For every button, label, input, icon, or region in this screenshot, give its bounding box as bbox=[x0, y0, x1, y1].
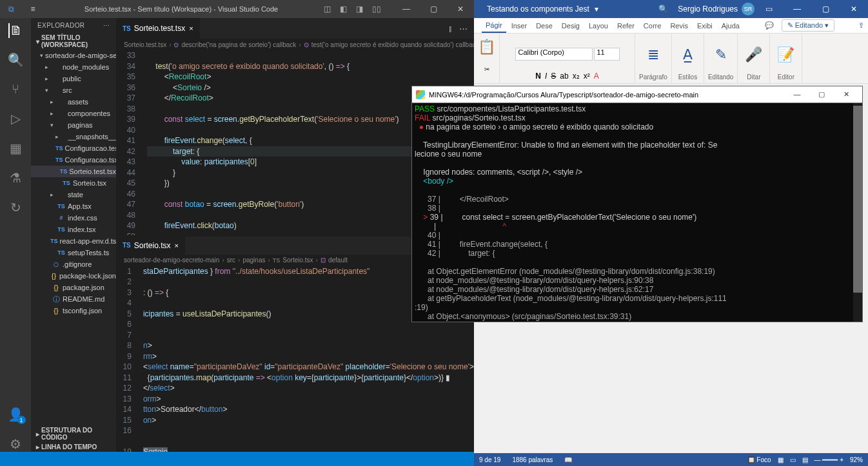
tree-row[interactable]: ▸assets bbox=[31, 96, 116, 108]
tab-sorteio[interactable]: TSSorteio.tsx× bbox=[116, 235, 185, 256]
tree-row[interactable]: TSApp.tsx bbox=[31, 200, 116, 212]
tree-row[interactable]: ▸node_modules bbox=[31, 61, 116, 73]
tab-layout[interactable]: Layou bbox=[585, 19, 612, 32]
tree-row[interactable]: ⓘREADME.md bbox=[31, 293, 116, 305]
view-print-icon[interactable]: ▦ bbox=[778, 456, 784, 463]
tab-review[interactable]: Revis bbox=[666, 19, 692, 32]
tree-row[interactable]: TSindex.tsx bbox=[31, 224, 116, 235]
tree-row[interactable]: TSSorteio.tsx bbox=[31, 177, 116, 189]
tab-draw[interactable]: Dese bbox=[532, 19, 557, 32]
font-group[interactable]: Calibri (Corpo) 11 N I S ab x₂ x² A bbox=[500, 34, 635, 83]
editing-group[interactable]: ✎Editando bbox=[704, 34, 738, 83]
tree-row[interactable]: TSsetupTests.ts bbox=[31, 247, 116, 258]
tree-row[interactable]: {}tsconfig.json bbox=[31, 305, 116, 316]
accounts-icon[interactable]: 👤 bbox=[8, 407, 24, 422]
tree-row[interactable]: TSSorteio.test.tsx bbox=[31, 166, 116, 177]
tab-help[interactable]: Ajuda bbox=[718, 19, 744, 32]
tab-view[interactable]: Exibi bbox=[693, 19, 716, 32]
ribbon-options-icon[interactable]: ▭ bbox=[755, 5, 783, 14]
minimize-icon[interactable]: — bbox=[393, 5, 420, 14]
bold-button[interactable]: N bbox=[535, 72, 541, 81]
maximize-icon[interactable]: ▢ bbox=[420, 5, 447, 14]
font-size-select[interactable]: 11 bbox=[594, 48, 620, 61]
close-icon[interactable]: ✕ bbox=[447, 5, 474, 14]
refresh-icon[interactable]: ↻ bbox=[10, 200, 21, 215]
layout-icon[interactable]: ◧ bbox=[340, 5, 347, 14]
vscode-statusbar[interactable] bbox=[0, 452, 474, 466]
strike-button[interactable]: S bbox=[551, 72, 556, 81]
font-color-button[interactable]: A bbox=[594, 72, 599, 81]
styles-group[interactable]: A̲Estilos bbox=[672, 34, 704, 83]
minimize-icon[interactable]: — bbox=[785, 90, 809, 99]
outline-header[interactable]: ▸ ESTRUTURA DO CÓDIGO bbox=[31, 425, 116, 442]
paragraph-group[interactable]: ≣Parágrafo bbox=[635, 34, 672, 83]
tab-design[interactable]: Desig bbox=[558, 19, 584, 32]
editing-mode-button[interactable]: ✎ Editando ▾ bbox=[782, 19, 835, 32]
font-select[interactable]: Calibri (Corpo) bbox=[515, 48, 593, 61]
tab-home[interactable]: Págir bbox=[482, 19, 506, 33]
comments-icon[interactable]: 💬 bbox=[761, 19, 778, 32]
view-read-icon[interactable]: ▭ bbox=[790, 456, 796, 463]
settings-gear-icon[interactable]: ⚙ bbox=[10, 436, 21, 452]
tree-row[interactable]: ▾src bbox=[31, 84, 116, 96]
layout-icon[interactable]: ◨ bbox=[356, 5, 363, 14]
share-icon[interactable]: ⇪ bbox=[854, 19, 868, 32]
spell-icon[interactable]: 📖 bbox=[564, 456, 572, 463]
search-icon[interactable]: 🔍 bbox=[8, 52, 24, 68]
tree-row[interactable]: ▸__snapshots__ bbox=[31, 131, 116, 142]
more-icon[interactable]: ⋯ bbox=[103, 22, 110, 29]
tree-row[interactable]: ▾sorteador-de-amigo-secreto-… bbox=[31, 50, 116, 61]
chevron-down-icon[interactable]: ▾ bbox=[595, 5, 598, 14]
tree-row[interactable]: ◌.gitignore bbox=[31, 258, 116, 270]
tree-row[interactable]: ▾paginas bbox=[31, 119, 116, 131]
editor-group[interactable]: 📝Editor bbox=[770, 34, 802, 83]
focus-mode[interactable]: 🔲 Foco bbox=[747, 456, 771, 463]
breadcrumb[interactable]: Sorteio.test.tsx› ⊙describe('na pagina d… bbox=[116, 39, 474, 50]
tree-row[interactable]: ▸public bbox=[31, 73, 116, 84]
tree-row[interactable]: ▸componentes bbox=[31, 108, 116, 119]
tree-row[interactable]: {}package.json bbox=[31, 282, 116, 293]
effects-button[interactable]: x₂ bbox=[573, 72, 580, 81]
tree-row[interactable]: #index.css bbox=[31, 212, 116, 224]
close-tab-icon[interactable]: × bbox=[189, 24, 193, 32]
user-account[interactable]: Sergio Rodrigues SR bbox=[678, 3, 755, 15]
sup-button[interactable]: x² bbox=[584, 72, 590, 81]
terminal-output[interactable]: PASS src/componentes/ListaParticipantes.… bbox=[412, 103, 862, 322]
run-debug-icon[interactable]: ▷ bbox=[11, 111, 21, 126]
tree-row[interactable]: TSConfiguracao.tsx bbox=[31, 154, 116, 166]
tab-sorteio-test[interactable]: TSSorteio.test.tsx× bbox=[116, 18, 200, 39]
zoom-level[interactable]: 92% bbox=[850, 456, 863, 463]
scrollbar-thumb[interactable] bbox=[853, 106, 862, 293]
tab-references[interactable]: Refer bbox=[613, 19, 638, 32]
zoom-slider[interactable]: — ━━━━ + bbox=[814, 456, 843, 463]
clipboard-group[interactable]: 📋✂ bbox=[474, 34, 500, 83]
tab-mail[interactable]: Corre bbox=[640, 19, 666, 32]
menu-icon[interactable]: ≡ bbox=[22, 5, 44, 14]
testing-icon[interactable]: ⚗ bbox=[10, 170, 21, 186]
dictate-group[interactable]: 🎤Ditar bbox=[738, 34, 770, 83]
tree-row[interactable]: ▸state bbox=[31, 189, 116, 200]
tree-row[interactable]: TSreact-app-env.d.ts bbox=[31, 235, 116, 247]
sub-super-button[interactable]: ab bbox=[560, 72, 568, 81]
view-web-icon[interactable]: ▤ bbox=[802, 456, 808, 463]
maximize-icon[interactable]: ▢ bbox=[809, 90, 834, 99]
split-editor-icon[interactable]: ⫿ bbox=[448, 24, 453, 34]
minimize-icon[interactable]: — bbox=[783, 5, 811, 14]
search-icon[interactable]: 🔍 bbox=[658, 5, 668, 14]
layout-controls[interactable]: ◫ ◧ ◨ ▯▯ bbox=[319, 5, 386, 14]
page-count[interactable]: 9 de 19 bbox=[479, 456, 500, 463]
tree-row[interactable]: TSConfiguracao.test.tsx bbox=[31, 142, 116, 154]
close-tab-icon[interactable]: × bbox=[174, 242, 178, 249]
workspace-header[interactable]: ▾ SEM TÍTULO (WORKSPACE) bbox=[31, 33, 116, 50]
close-icon[interactable]: ✕ bbox=[840, 5, 868, 14]
layout-icon[interactable]: ◫ bbox=[324, 5, 331, 14]
tab-insert[interactable]: Inser bbox=[508, 19, 531, 32]
extensions-icon[interactable]: ▦ bbox=[10, 141, 22, 156]
word-count[interactable]: 1886 palavras bbox=[512, 456, 553, 463]
layout-icon[interactable]: ▯▯ bbox=[372, 5, 381, 14]
timeline-header[interactable]: ▸ LINHA DO TEMPO bbox=[31, 442, 116, 452]
source-control-icon[interactable]: ⑂ bbox=[12, 82, 19, 97]
explorer-icon[interactable]: 🗎 bbox=[8, 23, 23, 38]
italic-button[interactable]: I bbox=[545, 72, 547, 81]
close-icon[interactable]: ✕ bbox=[834, 90, 858, 99]
